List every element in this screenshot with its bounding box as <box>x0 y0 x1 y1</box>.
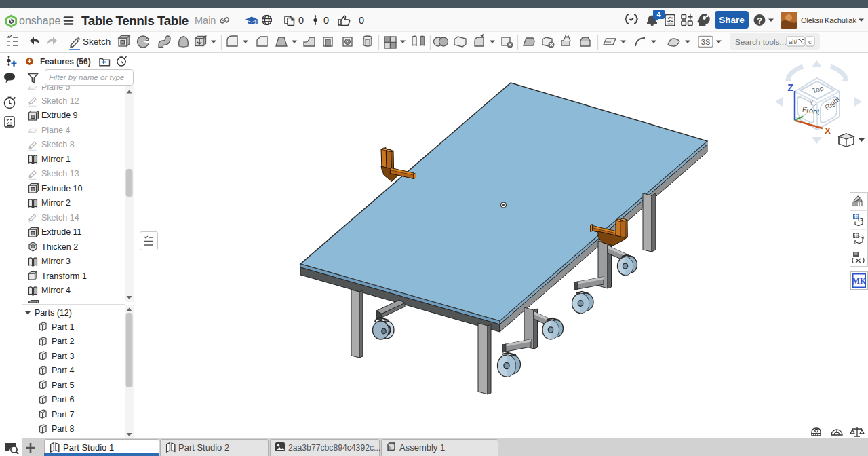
svg-text:0: 0 <box>298 15 304 26</box>
svg-text:Share: Share <box>719 15 745 25</box>
svg-text:3S: 3S <box>701 38 710 46</box>
svg-text:X: X <box>825 126 831 136</box>
svg-text:Features (56): Features (56) <box>40 57 91 66</box>
svg-text:Top: Top <box>811 83 825 94</box>
svg-text:Table Tennis Table: Table Tennis Table <box>81 14 189 28</box>
svg-text:Right: Right <box>823 95 842 112</box>
svg-text:4: 4 <box>656 10 661 18</box>
svg-text:Main: Main <box>195 15 216 26</box>
svg-text:Search tools...: Search tools... <box>735 37 786 47</box>
svg-text:Sketch: Sketch <box>83 37 111 47</box>
svg-text:c: c <box>808 38 812 45</box>
svg-text:Z: Z <box>787 82 793 93</box>
svg-text:0: 0 <box>359 15 364 26</box>
svg-text:onshape: onshape <box>19 15 60 26</box>
svg-text:MK: MK <box>852 277 866 285</box>
svg-text:0: 0 <box>323 15 329 26</box>
svg-text:Y: Y <box>809 98 814 107</box>
svg-text:alt/: alt/ <box>789 38 797 45</box>
svg-text:Filter by name or type: Filter by name or type <box>49 73 124 81</box>
svg-text:Oleksii Kachuliak: Oleksii Kachuliak <box>801 16 856 24</box>
svg-text:?: ? <box>757 16 762 26</box>
